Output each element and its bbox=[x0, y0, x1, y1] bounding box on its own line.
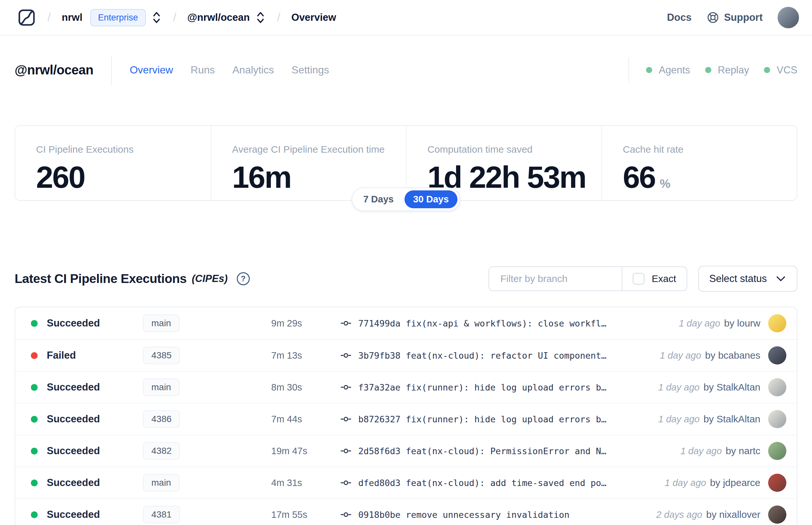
status-dot-icon bbox=[31, 511, 38, 518]
indicator-label: Agents bbox=[659, 64, 690, 76]
meta-cell: 1 day ago by StalkAltan bbox=[658, 382, 760, 393]
commit-message: b8726327 fix(runner): hide log upload er… bbox=[358, 414, 607, 424]
indicator-vcs[interactable]: VCS bbox=[764, 64, 797, 76]
git-commit-icon bbox=[340, 445, 352, 457]
indicator-agents[interactable]: Agents bbox=[646, 64, 690, 76]
cipe-section-header: Latest CI Pipeline Executions (CIPEs) ? … bbox=[15, 266, 797, 292]
exact-checkbox[interactable] bbox=[633, 273, 644, 285]
time-ago-label: 1 day ago bbox=[665, 478, 706, 488]
status-cell: Failed bbox=[31, 349, 143, 361]
git-commit-icon bbox=[340, 509, 352, 521]
avatar[interactable] bbox=[768, 506, 786, 524]
commit-message: 3b79fb38 feat(nx-cloud): refactor UI com… bbox=[358, 350, 607, 361]
top-navbar: / nrwl Enterprise / @nrwl/ocean / Overvi… bbox=[0, 0, 812, 36]
status-dot-icon bbox=[31, 384, 38, 391]
tab-overview[interactable]: Overview bbox=[129, 64, 173, 76]
meta-cell: 1 day ago by bcabanes bbox=[660, 350, 760, 361]
table-row[interactable]: Succeeded main 4m 31s dfed80d3 feat(nx-c… bbox=[15, 466, 797, 498]
support-link-label: Support bbox=[724, 12, 763, 24]
stat-value-suffix: % bbox=[660, 177, 670, 191]
commit-cell[interactable]: 0918b0be remove unnecessary invalidation bbox=[340, 509, 648, 521]
meta-cell: 1 day ago by jdpearce bbox=[665, 477, 761, 488]
support-link[interactable]: Support bbox=[706, 11, 763, 24]
commit-cell[interactable]: dfed80d3 feat(nx-cloud): add time-saved … bbox=[340, 477, 657, 489]
cipe-filters: Exact Select status bbox=[489, 266, 797, 292]
avatar[interactable] bbox=[768, 378, 786, 396]
commit-cell[interactable]: 2d58f6d3 feat(nx-cloud): PermissionError… bbox=[340, 445, 673, 457]
status-cell: Succeeded bbox=[31, 317, 143, 329]
duration-label: 7m 13s bbox=[271, 350, 340, 361]
commit-cell[interactable]: 771499da fix(nx-api & workflows): close … bbox=[340, 317, 671, 329]
duration-label: 17m 55s bbox=[271, 509, 340, 520]
enterprise-badge: Enterprise bbox=[90, 9, 146, 26]
author-label: by jdpearce bbox=[710, 477, 760, 488]
status-dot-icon bbox=[31, 352, 38, 359]
help-icon[interactable]: ? bbox=[237, 272, 250, 285]
branch-badge[interactable]: 4386 bbox=[143, 410, 180, 428]
cipe-section-title: Latest CI Pipeline Executions bbox=[15, 272, 186, 286]
workspace-status-indicators: Agents Replay VCS bbox=[628, 58, 797, 83]
author-label: by lourw bbox=[724, 318, 760, 329]
nx-cloud-logo-icon[interactable] bbox=[17, 8, 36, 27]
user-avatar[interactable] bbox=[778, 7, 799, 28]
commit-cell[interactable]: f37a32ae fix(runner): hide log upload er… bbox=[340, 381, 650, 393]
branch-filter-group: Exact bbox=[489, 266, 687, 291]
breadcrumb-org[interactable]: nrwl bbox=[62, 12, 82, 24]
tab-runs[interactable]: Runs bbox=[191, 64, 215, 76]
divider bbox=[628, 58, 629, 83]
breadcrumb-page: Overview bbox=[291, 12, 336, 24]
author-label: by StalkAltan bbox=[704, 382, 760, 393]
duration-label: 9m 29s bbox=[271, 318, 340, 329]
table-row[interactable]: Succeeded main 9m 29s 771499da fix(nx-ap… bbox=[15, 308, 797, 339]
status-label: Succeeded bbox=[47, 413, 100, 425]
tab-settings[interactable]: Settings bbox=[292, 64, 330, 76]
status-cell: Succeeded bbox=[31, 509, 143, 521]
time-ago-label: 1 day ago bbox=[679, 318, 720, 329]
tab-analytics[interactable]: Analytics bbox=[232, 64, 274, 76]
branch-badge[interactable]: main bbox=[143, 314, 180, 332]
docs-link[interactable]: Docs bbox=[667, 12, 691, 24]
branch-badge[interactable]: main bbox=[143, 378, 180, 396]
avatar[interactable] bbox=[768, 442, 786, 460]
status-label: Succeeded bbox=[47, 477, 100, 489]
status-dot-icon bbox=[31, 448, 38, 454]
branch-badge[interactable]: 4382 bbox=[143, 442, 180, 460]
green-dot-icon bbox=[764, 67, 770, 73]
commit-cell[interactable]: b8726327 fix(runner): hide log upload er… bbox=[340, 413, 650, 425]
branch-filter-input[interactable] bbox=[489, 267, 622, 290]
org-switcher-chevrons-icon[interactable] bbox=[151, 10, 162, 25]
table-row[interactable]: Succeeded main 8m 30s f37a32ae fix(runne… bbox=[15, 371, 797, 403]
time-ago-label: 1 day ago bbox=[660, 350, 701, 361]
status-label: Succeeded bbox=[47, 317, 100, 329]
period-option-7-days[interactable]: 7 Days bbox=[354, 190, 402, 208]
branch-cell: 4381 bbox=[143, 506, 271, 523]
workspace-switcher-chevrons-icon[interactable] bbox=[255, 10, 266, 25]
avatar[interactable] bbox=[768, 346, 786, 364]
commit-cell[interactable]: 3b79fb38 feat(nx-cloud): refactor UI com… bbox=[340, 349, 652, 361]
branch-badge[interactable]: 4385 bbox=[143, 347, 180, 364]
table-row[interactable]: Failed 4385 7m 13s 3b79fb38 feat(nx-clou… bbox=[15, 339, 797, 371]
branch-badge[interactable]: main bbox=[143, 474, 180, 492]
breadcrumb-workspace[interactable]: @nrwl/ocean bbox=[187, 12, 250, 24]
avatar[interactable] bbox=[768, 410, 786, 428]
table-row[interactable]: Succeeded 4382 19m 47s 2d58f6d3 feat(nx-… bbox=[15, 435, 797, 466]
indicator-replay[interactable]: Replay bbox=[705, 64, 749, 76]
commit-message: 771499da fix(nx-api & workflows): close … bbox=[358, 318, 607, 328]
table-row[interactable]: Succeeded 4386 7m 44s b8726327 fix(runne… bbox=[15, 403, 797, 435]
status-select-dropdown[interactable]: Select status bbox=[698, 266, 797, 292]
avatar[interactable] bbox=[768, 474, 786, 492]
git-commit-icon bbox=[340, 317, 352, 329]
table-row[interactable]: Succeeded 4381 17m 55s 0918b0be remove u… bbox=[15, 498, 797, 525]
avatar[interactable] bbox=[768, 314, 786, 332]
branch-badge[interactable]: 4381 bbox=[143, 506, 180, 523]
time-ago-label: 1 day ago bbox=[658, 414, 700, 425]
breadcrumb-separator: / bbox=[173, 11, 177, 24]
status-cell: Succeeded bbox=[31, 477, 143, 489]
duration-label: 19m 47s bbox=[271, 446, 340, 456]
period-option-30-days[interactable]: 30 Days bbox=[404, 190, 458, 208]
commit-message: 2d58f6d3 feat(nx-cloud): PermissionError… bbox=[358, 446, 607, 456]
duration-label: 4m 31s bbox=[271, 478, 340, 488]
author-label: by bcabanes bbox=[705, 350, 760, 361]
status-label: Succeeded bbox=[47, 509, 100, 521]
indicator-label: Replay bbox=[718, 64, 749, 76]
